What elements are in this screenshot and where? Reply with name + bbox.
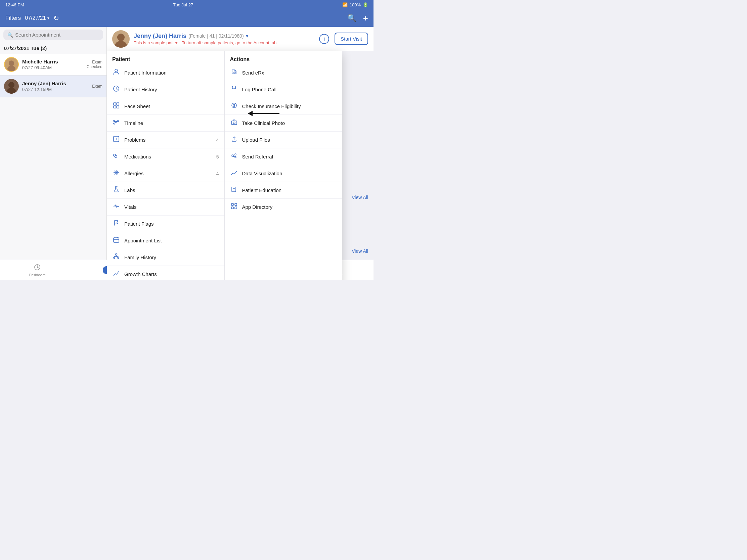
info-icon[interactable]: i xyxy=(319,34,329,44)
allergies-label: Allergies xyxy=(124,170,212,176)
sidebar: 🔍 07/27/2021 Tue (2) Michelle Harris 07/… xyxy=(0,27,107,280)
svg-point-1 xyxy=(7,66,16,72)
battery-label: 100% xyxy=(350,2,361,7)
erx-icon: Rx xyxy=(230,69,238,77)
menu-item-log-phone-call[interactable]: Log Phone Call xyxy=(225,81,342,98)
dropdown-menu: Patient Patient Information xyxy=(107,51,342,280)
menu-item-clinical-photo[interactable]: Take Clinical Photo xyxy=(225,115,342,132)
svg-rect-9 xyxy=(117,103,119,105)
phone-icon xyxy=(230,85,238,94)
patient-header-avatar xyxy=(112,30,130,48)
start-visit-button[interactable]: Start Visit xyxy=(335,32,368,45)
patient-card-2[interactable]: Jenny (Jen) Harris 07/27 12:15PM Exam xyxy=(0,76,106,97)
svg-line-52 xyxy=(234,156,235,157)
svg-point-49 xyxy=(235,154,236,155)
svg-point-0 xyxy=(9,60,14,66)
content-area: Jenny (Jen) Harris (Female | 41 | 02/11/… xyxy=(107,27,374,280)
chevron-down-icon[interactable]: ▾ xyxy=(246,33,248,38)
growth-charts-label: Growth Charts xyxy=(124,271,219,277)
menu-item-vitals[interactable]: Vitals xyxy=(107,199,224,216)
labs-icon xyxy=(112,186,120,194)
menu-item-labs[interactable]: Labs xyxy=(107,182,224,199)
svg-rect-8 xyxy=(113,103,116,105)
patient-information-label: Patient Information xyxy=(124,70,219,76)
svg-rect-58 xyxy=(235,207,237,209)
svg-rect-27 xyxy=(113,238,119,242)
insurance-eligibility-label: Check Insurance Eligibility xyxy=(242,103,337,109)
menu-item-patient-education[interactable]: Patient Education xyxy=(225,182,342,199)
grid-icon xyxy=(112,102,120,110)
svg-rect-11 xyxy=(117,106,119,108)
vitals-icon xyxy=(112,203,120,211)
menu-item-app-directory[interactable]: App Directory xyxy=(225,199,342,215)
svg-point-32 xyxy=(113,257,115,259)
date-filter[interactable]: 07/27/21 ▾ xyxy=(25,15,49,21)
svg-point-48 xyxy=(232,155,234,157)
vitals-label: Vitals xyxy=(124,204,219,210)
search-icon-small: 🔍 xyxy=(7,32,13,37)
growth-icon xyxy=(112,270,120,278)
patient-badge-jenny: Exam xyxy=(92,84,102,89)
avatar-michelle xyxy=(4,57,19,72)
patient-card-1[interactable]: Michelle Harris 07/27 09:40AM Exam Check… xyxy=(0,54,106,76)
svg-rect-55 xyxy=(231,204,233,206)
refresh-icon[interactable]: ↻ xyxy=(53,14,59,22)
clock-icon xyxy=(112,85,120,94)
search-input[interactable] xyxy=(15,32,99,37)
tab-dashboard[interactable]: Dashboard xyxy=(0,264,75,277)
svg-point-47 xyxy=(233,122,235,124)
menu-item-patient-history[interactable]: Patient History xyxy=(107,81,224,98)
menu-item-family-history[interactable]: Family History xyxy=(107,249,224,266)
send-erx-label: Send eRx xyxy=(242,70,337,76)
menu-item-send-erx[interactable]: Rx Send eRx xyxy=(225,64,342,81)
menu-item-problems[interactable]: Problems 4 xyxy=(107,132,224,149)
menu-item-patient-information[interactable]: Patient Information xyxy=(107,64,224,81)
menu-item-upload-files[interactable]: Upload Files xyxy=(225,132,342,149)
top-nav-left: Filters 07/27/21 ▾ ↻ xyxy=(5,14,59,22)
patient-name-michelle: Michelle Harris xyxy=(22,59,87,64)
search-icon[interactable]: 🔍 xyxy=(347,14,356,23)
svg-rect-56 xyxy=(235,204,237,206)
menu-item-medications[interactable]: Medications 5 xyxy=(107,149,224,165)
menu-item-data-visualization[interactable]: Data Visualization xyxy=(225,165,342,182)
camera-icon xyxy=(230,119,238,127)
svg-point-50 xyxy=(235,156,236,158)
svg-point-4 xyxy=(117,33,125,41)
family-history-label: Family History xyxy=(124,255,219,260)
data-visualization-label: Data Visualization xyxy=(242,170,337,176)
patient-header-info: Jenny (Jen) Harris (Female | 41 | 02/11/… xyxy=(134,32,315,45)
book-icon xyxy=(230,186,238,194)
problems-label: Problems xyxy=(124,137,212,143)
patient-header-right: i Start Visit xyxy=(319,32,368,45)
dropdown-actions-column: Actions Rx Send eRx xyxy=(225,51,342,280)
menu-item-insurance-eligibility[interactable]: $ Check Insurance Eligibility xyxy=(225,98,342,115)
top-nav: Filters 07/27/21 ▾ ↻ 🔍 + xyxy=(0,9,374,27)
menu-item-patient-flags[interactable]: Patient Flags xyxy=(107,216,224,232)
pills-icon xyxy=(112,153,120,161)
app-directory-label: App Directory xyxy=(242,204,337,210)
status-bar: 12:46 PM Tue Jul 27 📶 100% 🔋 xyxy=(0,0,374,9)
svg-point-31 xyxy=(115,254,117,256)
status-date: Tue Jul 27 xyxy=(173,2,193,7)
menu-item-allergies[interactable]: Allergies 4 xyxy=(107,165,224,182)
patient-badge-michelle: Exam Checked xyxy=(87,60,102,69)
patient-education-label: Patient Education xyxy=(242,187,337,193)
menu-item-timeline[interactable]: Timeline xyxy=(107,115,224,132)
menu-item-face-sheet[interactable]: Face Sheet xyxy=(107,98,224,115)
svg-text:$: $ xyxy=(233,104,235,107)
add-icon[interactable]: + xyxy=(363,13,368,24)
patient-section-header: Patient xyxy=(107,54,224,64)
chevron-down-icon: ▾ xyxy=(47,16,49,21)
patient-name-jenny: Jenny (Jen) Harris xyxy=(22,81,92,86)
filters-button[interactable]: Filters xyxy=(5,15,21,22)
battery-icon: 🔋 xyxy=(363,2,368,7)
patient-info-michelle: Michelle Harris 07/27 09:40AM xyxy=(22,59,87,70)
status-right: 📶 100% 🔋 xyxy=(342,2,368,7)
apps-icon xyxy=(230,203,238,211)
menu-item-send-referral[interactable]: Send Referral xyxy=(225,149,342,165)
svg-point-3 xyxy=(7,88,16,94)
upload-files-label: Upload Files xyxy=(242,137,337,143)
search-bar[interactable]: 🔍 xyxy=(3,30,103,40)
menu-item-appointment-list[interactable]: Appointment List xyxy=(107,232,224,249)
menu-item-growth-charts[interactable]: Growth Charts xyxy=(107,266,224,280)
